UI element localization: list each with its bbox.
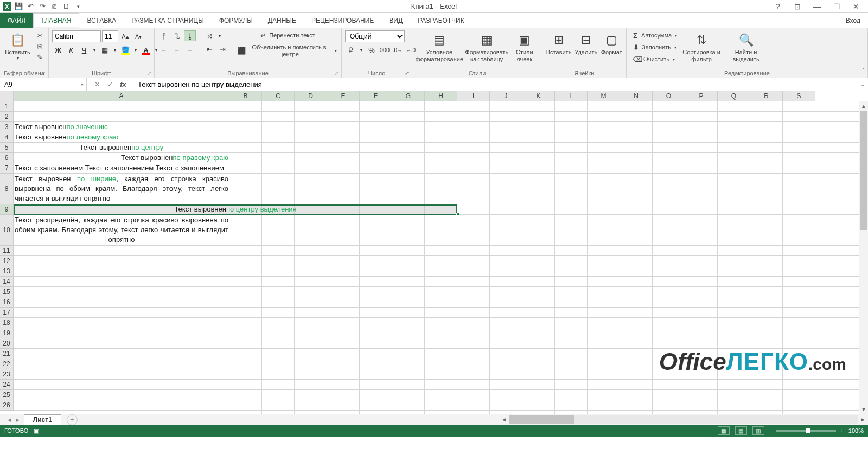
col-header-f[interactable]: F [360,91,392,101]
col-header-b[interactable]: B [229,91,262,101]
scroll-up-icon[interactable]: ▲ [859,101,868,111]
cell-styles-button[interactable]: ▣Стили ячеек [510,30,539,64]
fill-button[interactable]: ⬇Заполнить▾ [630,42,678,53]
font-dialog-launcher-icon[interactable]: ⤢ [145,69,153,76]
row-header-23[interactable]: 23 [0,369,14,380]
col-header-d[interactable]: D [295,91,327,101]
chevron-down-icon[interactable]: ▾ [91,44,98,55]
chevron-down-icon[interactable]: ▾ [132,44,139,55]
row-header-4[interactable]: 4 [0,132,14,143]
col-header-a[interactable]: A [14,91,229,101]
col-header-q[interactable]: Q [718,91,750,101]
cell-a10[interactable]: Текст распределён, каждая его строчка кр… [14,215,229,246]
name-box-input[interactable] [0,81,79,88]
decrease-font-icon[interactable]: A▾ [132,31,144,42]
format-cells-button[interactable]: ▢Формат [600,30,623,57]
page-layout-view-icon[interactable]: ▤ [735,426,747,435]
scroll-down-icon[interactable]: ▼ [859,405,868,414]
align-right-icon[interactable]: ≡ [184,43,196,54]
tab-home[interactable]: ГЛАВНАЯ [33,13,79,28]
align-center-icon[interactable]: ≡ [171,43,183,54]
font-size-input[interactable] [102,30,118,42]
align-left-icon[interactable]: ≡ [158,43,170,54]
wrap-text-button[interactable]: ↵Перенести текст [236,30,338,41]
col-header-m[interactable]: M [588,91,620,101]
formula-input[interactable] [133,80,857,88]
row-header-10[interactable]: 10 [0,215,14,246]
row-header-18[interactable]: 18 [0,318,14,328]
tab-data[interactable]: ДАННЫЕ [260,13,304,28]
row-header-16[interactable]: 16 [0,297,14,308]
row-header-24[interactable]: 24 [0,380,14,390]
cell-a4[interactable]: Текст выровнен по левому краю [14,132,229,143]
undo-icon[interactable]: ↶ [25,1,36,12]
orientation-icon[interactable]: ⤭ [203,30,215,41]
alignment-dialog-launcher-icon[interactable]: ⤢ [333,69,340,76]
select-all-corner[interactable] [0,91,14,101]
row-header-20[interactable]: 20 [0,338,14,349]
tab-formulas[interactable]: ФОРМУЛЫ [212,13,260,28]
print-preview-icon[interactable]: 🗋 [61,1,72,12]
col-header-k[interactable]: K [522,91,555,101]
login-link[interactable]: Вход [838,13,868,28]
tab-review[interactable]: РЕЦЕНЗИРОВАНИЕ [304,13,381,28]
scroll-left-icon[interactable]: ◄ [499,417,509,423]
col-header-s[interactable]: S [783,91,815,101]
horizontal-scrollbar[interactable]: ◄ ► [499,414,868,425]
borders-button[interactable]: ▦ [99,44,111,55]
vertical-scrollbar[interactable]: ▲ ▼ [859,101,868,414]
chevron-down-icon[interactable]: ▾ [216,30,223,41]
help-icon[interactable]: ? [770,1,786,12]
increase-decimal-icon[interactable]: .0→ [392,44,404,55]
row-header-3[interactable]: 3 [0,122,14,132]
number-format-select[interactable]: Общий [345,30,405,42]
zoom-thumb[interactable] [806,428,810,433]
expand-formula-bar-icon[interactable]: ⌄ [857,81,868,87]
row-header-7[interactable]: 7 [0,163,14,174]
cell-a9[interactable]: Текст выровнен по центру выделения [14,204,457,215]
row-header-25[interactable]: 25 [0,390,14,400]
zoom-slider[interactable]: − + [770,427,843,434]
zoom-out-icon[interactable]: − [770,427,773,434]
font-color-button[interactable]: A [140,44,152,55]
paste-button[interactable]: 📋 Вставить ▾ [3,30,32,62]
align-top-icon[interactable]: ⭱ [158,30,170,41]
underline-button[interactable]: Ч [78,44,90,55]
col-header-e[interactable]: E [327,91,360,101]
fx-icon[interactable]: fx [118,80,128,88]
tab-layout[interactable]: РАЗМЕТКА СТРАНИЦЫ [124,13,212,28]
scroll-right-icon[interactable]: ► [858,417,868,423]
copy-button[interactable]: ⎘ [34,41,45,52]
touch-mode-icon[interactable]: ⎚ [49,1,60,12]
col-header-r[interactable]: R [750,91,783,101]
align-middle-icon[interactable]: ⇅ [171,30,183,41]
number-dialog-launcher-icon[interactable]: ⤢ [403,69,411,76]
row-header-8[interactable]: 8 [0,174,14,204]
ribbon-display-icon[interactable]: ⊡ [790,1,805,12]
delete-cells-button[interactable]: ⊟Удалить [574,30,598,57]
accounting-format-icon[interactable]: ₽ [345,44,357,55]
qat-customize-icon[interactable]: ▾ [73,1,84,12]
collapse-ribbon-icon[interactable]: ˆ [863,68,865,75]
bold-button[interactable]: Ж [52,44,64,55]
cell-a3[interactable]: Текст выровнен по значению [14,122,229,132]
normal-view-icon[interactable]: ▦ [718,426,730,435]
tab-insert[interactable]: ВСТАВКА [79,13,124,28]
row-header-26[interactable]: 26 [0,400,14,411]
macro-record-icon[interactable]: ▣ [34,427,39,434]
decrease-indent-icon[interactable]: ⇤ [203,43,215,54]
autosum-button[interactable]: ΣАвтосумма▾ [630,30,678,41]
row-header-21[interactable]: 21 [0,349,14,359]
find-select-button[interactable]: 🔍Найти и выделить [725,30,767,64]
font-name-input[interactable] [52,30,101,42]
clipboard-dialog-launcher-icon[interactable]: ⤢ [40,69,47,76]
row-header-6[interactable]: 6 [0,153,14,163]
col-header-n[interactable]: N [620,91,653,101]
row-header-5[interactable]: 5 [0,143,14,153]
fill-color-button[interactable]: 🪣 [119,44,131,55]
row-header-12[interactable]: 12 [0,256,14,266]
conditional-formatting-button[interactable]: ▤Условное форматирование [416,30,463,64]
row-header-1[interactable]: 1 [0,101,14,112]
col-header-j[interactable]: J [490,91,522,101]
redo-icon[interactable]: ↷ [37,1,48,12]
